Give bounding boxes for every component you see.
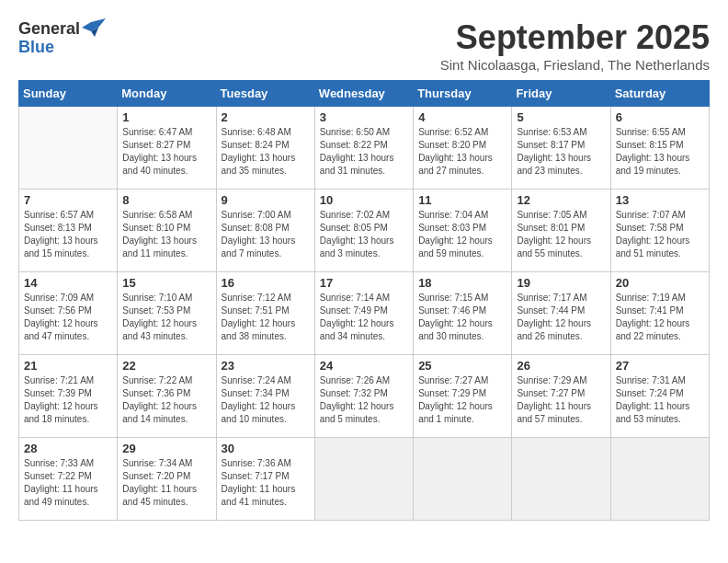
table-row: 7Sunrise: 6:57 AM Sunset: 8:13 PM Daylig… <box>19 190 118 272</box>
table-row: 12Sunrise: 7:05 AM Sunset: 8:01 PM Dayli… <box>512 190 610 272</box>
table-row: 14Sunrise: 7:09 AM Sunset: 7:56 PM Dayli… <box>19 272 118 355</box>
table-row: 6Sunrise: 6:55 AM Sunset: 8:15 PM Daylig… <box>610 107 709 190</box>
svg-marker-0 <box>82 18 106 31</box>
table-row <box>414 438 512 521</box>
table-row: 4Sunrise: 6:52 AM Sunset: 8:20 PM Daylig… <box>414 107 512 190</box>
day-number: 23 <box>222 359 310 373</box>
header-saturday: Saturday <box>610 81 709 107</box>
day-info: Sunrise: 7:24 AM Sunset: 7:34 PM Dayligh… <box>222 374 310 426</box>
logo-general: General <box>18 20 80 37</box>
day-info: Sunrise: 6:48 AM Sunset: 8:24 PM Dayligh… <box>222 126 310 178</box>
title-section: September 2025 Sint Nicolaasga, Frieslan… <box>440 18 710 73</box>
logo: General Blue <box>18 18 106 55</box>
header-thursday: Thursday <box>414 81 512 107</box>
calendar-week-row: 28Sunrise: 7:33 AM Sunset: 7:22 PM Dayli… <box>19 438 710 521</box>
day-info: Sunrise: 7:19 AM Sunset: 7:41 PM Dayligh… <box>616 292 704 343</box>
logo-bird-icon <box>82 18 106 39</box>
table-row: 9Sunrise: 7:00 AM Sunset: 8:08 PM Daylig… <box>216 190 314 272</box>
day-number: 5 <box>517 110 605 124</box>
table-row: 30Sunrise: 7:36 AM Sunset: 7:17 PM Dayli… <box>216 438 314 521</box>
day-number: 10 <box>320 193 408 207</box>
table-row: 10Sunrise: 7:02 AM Sunset: 8:05 PM Dayli… <box>314 190 413 272</box>
table-row <box>610 438 709 521</box>
table-row: 11Sunrise: 7:04 AM Sunset: 8:03 PM Dayli… <box>414 190 512 272</box>
day-info: Sunrise: 6:50 AM Sunset: 8:22 PM Dayligh… <box>320 126 408 178</box>
day-number: 7 <box>24 193 112 207</box>
day-info: Sunrise: 7:15 AM Sunset: 7:46 PM Dayligh… <box>418 292 506 343</box>
day-info: Sunrise: 7:07 AM Sunset: 7:58 PM Dayligh… <box>616 209 704 260</box>
day-info: Sunrise: 7:17 AM Sunset: 7:44 PM Dayligh… <box>517 292 605 343</box>
table-row: 25Sunrise: 7:27 AM Sunset: 7:29 PM Dayli… <box>414 355 512 438</box>
day-info: Sunrise: 7:27 AM Sunset: 7:29 PM Dayligh… <box>418 374 506 426</box>
day-number: 24 <box>320 359 408 373</box>
day-number: 14 <box>24 276 112 290</box>
table-row: 3Sunrise: 6:50 AM Sunset: 8:22 PM Daylig… <box>314 107 413 190</box>
calendar-week-row: 14Sunrise: 7:09 AM Sunset: 7:56 PM Dayli… <box>19 272 710 355</box>
day-number: 8 <box>122 193 210 207</box>
day-info: Sunrise: 6:53 AM Sunset: 8:17 PM Dayligh… <box>517 126 605 178</box>
day-number: 15 <box>122 276 210 290</box>
day-number: 21 <box>24 359 112 373</box>
table-row: 2Sunrise: 6:48 AM Sunset: 8:24 PM Daylig… <box>216 107 314 190</box>
day-info: Sunrise: 7:31 AM Sunset: 7:24 PM Dayligh… <box>616 374 704 426</box>
table-row <box>314 438 413 521</box>
day-info: Sunrise: 6:57 AM Sunset: 8:13 PM Dayligh… <box>24 209 112 260</box>
day-number: 22 <box>122 359 210 373</box>
calendar-week-row: 7Sunrise: 6:57 AM Sunset: 8:13 PM Daylig… <box>19 190 710 272</box>
table-row: 13Sunrise: 7:07 AM Sunset: 7:58 PM Dayli… <box>610 190 709 272</box>
header-wednesday: Wednesday <box>314 81 413 107</box>
day-number: 3 <box>320 110 408 124</box>
table-row: 23Sunrise: 7:24 AM Sunset: 7:34 PM Dayli… <box>216 355 314 438</box>
day-number: 19 <box>517 276 605 290</box>
table-row: 5Sunrise: 6:53 AM Sunset: 8:17 PM Daylig… <box>512 107 610 190</box>
day-number: 29 <box>122 442 210 455</box>
calendar-week-row: 1Sunrise: 6:47 AM Sunset: 8:27 PM Daylig… <box>19 107 710 190</box>
day-info: Sunrise: 7:09 AM Sunset: 7:56 PM Dayligh… <box>24 292 112 343</box>
day-info: Sunrise: 7:05 AM Sunset: 8:01 PM Dayligh… <box>517 209 605 260</box>
day-info: Sunrise: 7:00 AM Sunset: 8:08 PM Dayligh… <box>222 209 310 260</box>
table-row <box>512 438 610 521</box>
day-info: Sunrise: 7:33 AM Sunset: 7:22 PM Dayligh… <box>24 457 112 509</box>
table-row: 15Sunrise: 7:10 AM Sunset: 7:53 PM Dayli… <box>118 272 216 355</box>
header-friday: Friday <box>512 81 610 107</box>
table-row: 19Sunrise: 7:17 AM Sunset: 7:44 PM Dayli… <box>512 272 610 355</box>
table-row: 20Sunrise: 7:19 AM Sunset: 7:41 PM Dayli… <box>610 272 709 355</box>
day-info: Sunrise: 7:04 AM Sunset: 8:03 PM Dayligh… <box>418 209 506 260</box>
day-info: Sunrise: 6:52 AM Sunset: 8:20 PM Dayligh… <box>418 126 506 178</box>
table-row: 27Sunrise: 7:31 AM Sunset: 7:24 PM Dayli… <box>610 355 709 438</box>
day-info: Sunrise: 7:34 AM Sunset: 7:20 PM Dayligh… <box>122 457 210 509</box>
day-number: 4 <box>418 110 506 124</box>
day-number: 13 <box>616 193 704 207</box>
table-row: 18Sunrise: 7:15 AM Sunset: 7:46 PM Dayli… <box>414 272 512 355</box>
day-number: 9 <box>222 193 310 207</box>
day-info: Sunrise: 7:12 AM Sunset: 7:51 PM Dayligh… <box>222 292 310 343</box>
day-number: 16 <box>222 276 310 290</box>
day-number: 30 <box>222 442 310 455</box>
month-title: September 2025 <box>440 18 710 57</box>
table-row: 22Sunrise: 7:22 AM Sunset: 7:36 PM Dayli… <box>118 355 216 438</box>
day-info: Sunrise: 7:36 AM Sunset: 7:17 PM Dayligh… <box>222 457 310 509</box>
day-info: Sunrise: 7:29 AM Sunset: 7:27 PM Dayligh… <box>517 374 605 426</box>
day-info: Sunrise: 7:14 AM Sunset: 7:49 PM Dayligh… <box>320 292 408 343</box>
day-number: 25 <box>418 359 506 373</box>
calendar-week-row: 21Sunrise: 7:21 AM Sunset: 7:39 PM Dayli… <box>19 355 710 438</box>
table-row: 16Sunrise: 7:12 AM Sunset: 7:51 PM Dayli… <box>216 272 314 355</box>
day-info: Sunrise: 7:02 AM Sunset: 8:05 PM Dayligh… <box>320 209 408 260</box>
day-info: Sunrise: 6:47 AM Sunset: 8:27 PM Dayligh… <box>122 126 210 178</box>
page-header: General Blue September 2025 Sint Nicolaa… <box>18 18 710 73</box>
table-row: 24Sunrise: 7:26 AM Sunset: 7:32 PM Dayli… <box>314 355 413 438</box>
day-info: Sunrise: 7:10 AM Sunset: 7:53 PM Dayligh… <box>122 292 210 343</box>
header-tuesday: Tuesday <box>216 81 314 107</box>
table-row: 29Sunrise: 7:34 AM Sunset: 7:20 PM Dayli… <box>118 438 216 521</box>
day-number: 6 <box>616 110 704 124</box>
day-number: 12 <box>517 193 605 207</box>
table-row: 1Sunrise: 6:47 AM Sunset: 8:27 PM Daylig… <box>118 107 216 190</box>
day-number: 26 <box>517 359 605 373</box>
logo-blue: Blue <box>18 39 54 55</box>
day-info: Sunrise: 7:22 AM Sunset: 7:36 PM Dayligh… <box>122 374 210 426</box>
day-number: 17 <box>320 276 408 290</box>
day-number: 27 <box>616 359 704 373</box>
day-info: Sunrise: 7:26 AM Sunset: 7:32 PM Dayligh… <box>320 374 408 426</box>
day-number: 28 <box>24 442 112 455</box>
table-row: 21Sunrise: 7:21 AM Sunset: 7:39 PM Dayli… <box>19 355 118 438</box>
